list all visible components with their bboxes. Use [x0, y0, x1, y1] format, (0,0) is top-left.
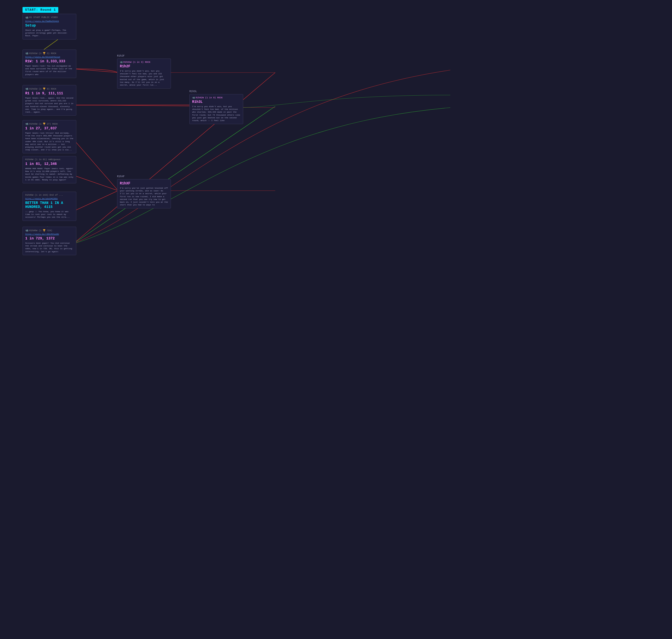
- video-icon: 📹: [192, 96, 195, 99]
- crown-icon: 📹: [25, 52, 28, 55]
- card-body: I'm sorry you didn't win, but you should…: [192, 105, 240, 122]
- r1hxf-label: R1hXF: [117, 175, 125, 178]
- branch-header: 📹 R1h02W (1 in 9) ROCK: [192, 96, 240, 99]
- svg-line-11: [73, 73, 275, 244]
- card-r1h05w: R1h05W (1 in 243) End of ... https://you…: [22, 192, 76, 221]
- card-header: 📹 R1h02W (1 🏆 9) ROCK: [25, 87, 74, 90]
- header-text: R1 START PUBLIC VIDEO: [29, 16, 58, 19]
- svg-line-1: [73, 69, 118, 73]
- card-header: 📹 R1h03W (1 🏆 27) ROCK: [25, 122, 74, 125]
- card-r1h06w: 📹 R1h06W (1 🏆 729) https://youtu.be/r8OL…: [22, 227, 76, 255]
- header-text: R1h06W (1 🏆 729): [29, 229, 52, 232]
- svg-line-5: [73, 139, 118, 191]
- card-body: I'm sorry you didn't win, but you should…: [120, 69, 168, 86]
- crown-icon: 📹: [25, 122, 28, 125]
- card-title: BETTER THAN 1 IN A HUNDRED, 4115: [25, 201, 74, 209]
- header-text: R1h02W (1 🏆 9) ROCK: [29, 88, 56, 90]
- header-text: R1h04W (1 in 81) Ambiguous: [25, 158, 60, 161]
- card-link[interactable]: https://youtu.be/DIlXo07heva4: [25, 56, 74, 58]
- card-r1hxf: R1hXF I'm sorry you've just gotten knock…: [117, 179, 171, 208]
- header-link: R1h01W (1 in 3) ROCK: [123, 61, 150, 64]
- card-header: R1h04W (1 in 81) Ambiguous: [25, 158, 74, 161]
- card-title: 1 in 81, 12,346: [25, 162, 74, 166]
- r1h3l-label: R1h3L: [189, 90, 197, 93]
- card-body: :: gasp :: You know, you knew it was tim…: [25, 210, 74, 219]
- start-badge: START: Round 1: [22, 7, 58, 13]
- card-body: Shall we play a game? Perhaps, The great…: [25, 29, 74, 37]
- header-link: R1h02W (1 in 9) ROCK: [196, 97, 223, 99]
- card-title: R1h3L: [192, 100, 240, 104]
- card-title: R1hXF: [120, 182, 168, 185]
- card-body: Scissors beat paper! You did continue th…: [25, 242, 74, 253]
- card-title: Setup: [25, 24, 74, 28]
- svg-line-9: [73, 191, 118, 212]
- card-body: Paper beats rock! You out-mindgamed me a…: [25, 65, 74, 76]
- video-icon: 📹: [25, 16, 28, 19]
- card-header: R1h05W (1 in 243) End of ...: [25, 194, 74, 197]
- card-r1h01w: 📹 R1h01W (1 🏆 3) ROCK https://youtu.be/D…: [22, 49, 76, 78]
- card-body: WHAAA HAA HAAA! Paper beats rock, again!…: [25, 167, 74, 181]
- card-r1h04w: R1h04W (1 in 81) Ambiguous 1 in 81, 12,3…: [22, 156, 76, 183]
- card-r1h02w: 📹 R1h02W (1 🏆 9) ROCK R1 1 in 9, 111,111…: [22, 85, 76, 115]
- card-link[interactable]: https://youtu.be/PmdMoZXVgV4: [25, 20, 74, 22]
- svg-line-12: [73, 106, 275, 244]
- card-link[interactable]: https://youtu.be/ubxVqK266o: [25, 198, 74, 200]
- card-link[interactable]: https://youtu.be/r8OL0Vhse0U: [25, 233, 74, 235]
- crown-icon: 📹: [25, 87, 28, 90]
- crown-icon: 📹: [25, 229, 28, 232]
- card-r1-start: 📹 R1 START PUBLIC VIDEO https://youtu.be…: [22, 14, 76, 40]
- r1h2f-label: R1h2F: [117, 54, 125, 57]
- svg-line-7: [73, 175, 118, 191]
- card-body: Paper beats rock thrice! And already, fr…: [25, 131, 74, 151]
- card-body: I'm sorry you've just gotten knocked off…: [120, 187, 168, 206]
- card-r1h3l: 📹 R1h02W (1 in 9) ROCK R1h3L I'm sorry y…: [189, 94, 243, 124]
- video-icon: 📹: [120, 61, 123, 64]
- card-title: R1W: 1 in 3,333,333: [25, 59, 74, 63]
- card-header: 📹 R1 START PUBLIC VIDEO: [25, 16, 74, 19]
- card-title: R1h2F: [120, 64, 168, 68]
- header-text: R1h05W (1 in 243) End of ...: [25, 194, 63, 197]
- card-header: 📹 R1h06W (1 🏆 729): [25, 229, 74, 232]
- header-text: R1h01W (1 🏆 3) ROCK: [29, 52, 56, 55]
- card-header: 📹 R1h01W (1 🏆 3) ROCK: [25, 52, 74, 55]
- card-r1h03w: 📹 R1h03W (1 🏆 27) ROCK 1 in 27, 37,037 P…: [22, 120, 76, 153]
- branch-header: 📹 R1h01W (1 in 3) ROCK: [120, 61, 168, 64]
- header-text: R1h03W (1 🏆 27) ROCK: [29, 123, 58, 125]
- card-title: 1 in 27, 37,037: [25, 126, 74, 130]
- card-title: 1 in 729, 1372: [25, 236, 74, 240]
- card-r1h2f: 📹 R1h01W (1 in 3) ROCK R1h2F I'm sorry y…: [117, 59, 171, 89]
- card-title: R1 1 in 9, 111,111: [25, 91, 74, 95]
- card-body: Paper beats rock.. again. And the second…: [25, 97, 74, 113]
